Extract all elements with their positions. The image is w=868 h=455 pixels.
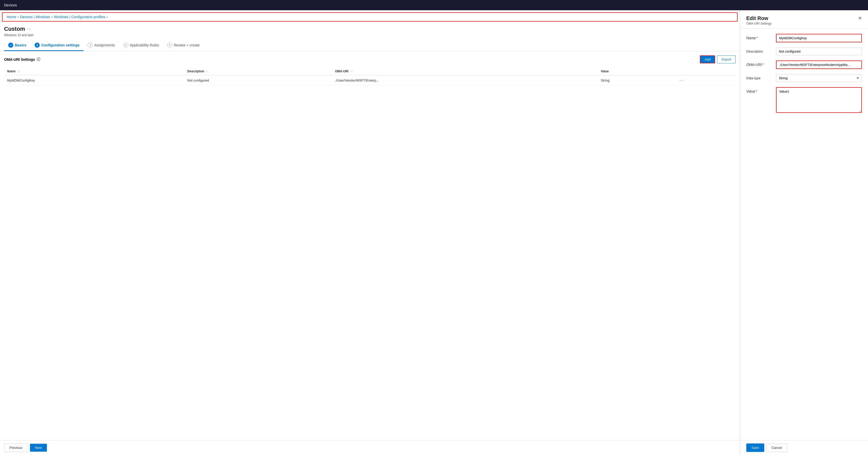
add-button[interactable]: Add — [700, 55, 715, 63]
name-label: Name* — [746, 34, 772, 40]
action-buttons: Add Export — [700, 55, 736, 63]
page-header: Custom ··· — [0, 24, 740, 33]
row-description: Not configured — [184, 76, 332, 85]
name-input-wrap — [776, 34, 862, 42]
close-button[interactable]: ✕ — [858, 16, 862, 21]
tab-basics-circle: ✓ — [8, 42, 13, 48]
row-actions[interactable]: ··· — [677, 76, 736, 85]
footer: Previous Next — [0, 440, 740, 455]
edit-row-panel: Edit Row OMA-URI Settings ✕ Name* Descri… — [740, 10, 868, 455]
value-textarea[interactable]: Value1 — [776, 87, 862, 113]
oma-uri-input[interactable] — [776, 60, 862, 69]
breadcrumb-sep-2: > — [51, 16, 53, 19]
section-header: OMA-URI Settings ⓘ Add Export — [4, 55, 736, 63]
col-value: Value — [598, 67, 677, 76]
export-button[interactable]: Export — [717, 55, 736, 63]
breadcrumb-devices[interactable]: Devices | Windows — [20, 15, 50, 19]
breadcrumb-sep-3: > — [106, 16, 108, 19]
section-title-wrap: OMA-URI Settings ⓘ — [4, 57, 40, 62]
breadcrumb-config-profiles[interactable]: Windows | Configuration profiles — [54, 15, 105, 19]
breadcrumb-sep-1: > — [17, 16, 19, 19]
col-actions — [677, 67, 736, 76]
panel-title: Edit Row — [746, 16, 772, 21]
panel-header: Edit Row OMA-URI Settings ✕ — [740, 10, 868, 29]
oma-uri-table: Name ↑↓ Description ↑↓ OMA-URI ↑↓ Value — [4, 67, 736, 85]
tab-basics-label: Basics — [15, 43, 26, 47]
next-button[interactable]: Next — [30, 444, 47, 452]
col-description: Description ↑↓ — [184, 67, 332, 76]
form-row-oma-uri: OMA-URI* — [746, 60, 862, 69]
data-type-select-wrap: String Integer Boolean Float — [776, 74, 862, 82]
tab-config-circle: 2 — [35, 42, 40, 48]
table-row: MyMDMConfigKey Not configured ./User/Ven… — [4, 76, 736, 85]
description-input-wrap — [776, 48, 862, 55]
tab-nav: ✓ Basics 2 Configuration settings 3 Assi… — [0, 40, 740, 51]
tab-assignments[interactable]: 3 Assignments — [84, 40, 119, 51]
tab-applicability-circle: 4 — [123, 42, 128, 48]
description-input[interactable] — [776, 48, 862, 55]
oma-uri-input-wrap — [776, 60, 862, 69]
section-title-text: OMA-URI Settings — [4, 57, 35, 62]
page-title: Custom — [4, 26, 25, 32]
previous-button[interactable]: Previous — [4, 444, 28, 452]
tab-config[interactable]: 2 Configuration settings — [30, 40, 84, 51]
top-bar: Devices — [0, 0, 868, 10]
form-row-description: Description — [746, 48, 862, 55]
sort-oma-icon[interactable]: ↑↓ — [350, 70, 353, 73]
sort-name-icon[interactable]: ↑↓ — [18, 70, 20, 73]
value-textarea-wrap: Value1 — [776, 87, 862, 114]
description-label: Description — [746, 48, 772, 53]
tab-review-circle: 5 — [167, 42, 172, 48]
tab-applicability-label: Applicability Rules — [130, 43, 159, 47]
left-panel: Home > Devices | Windows > Windows | Con… — [0, 10, 740, 455]
col-name: Name ↑↓ — [4, 67, 184, 76]
panel-subtitle: OMA-URI Settings — [746, 22, 772, 25]
tab-applicability[interactable]: 4 Applicability Rules — [119, 40, 163, 51]
top-bar-title: Devices — [4, 3, 17, 7]
main-layout: Home > Devices | Windows > Windows | Con… — [0, 10, 868, 455]
sort-desc-icon[interactable]: ↑↓ — [206, 70, 209, 73]
tab-config-label: Configuration settings — [41, 43, 80, 47]
value-label: Value* — [746, 87, 772, 93]
page-subtitle: Windows 10 and later — [0, 33, 740, 40]
cancel-button[interactable]: Cancel — [766, 444, 787, 452]
tab-review[interactable]: 5 Review + create — [163, 40, 204, 51]
content-area: OMA-URI Settings ⓘ Add Export Name ↑↓ — [0, 51, 740, 440]
row-oma-uri: ./User/Vendor/MSFT/Enterp... — [332, 76, 598, 85]
col-oma-uri: OMA-URI ↑↓ — [332, 67, 598, 76]
tab-review-label: Review + create — [174, 43, 199, 47]
options-icon[interactable]: ··· — [27, 27, 30, 31]
data-type-label: Data type — [746, 74, 772, 80]
panel-footer: Save Cancel — [740, 440, 868, 455]
data-type-select[interactable]: String Integer Boolean Float — [776, 74, 862, 82]
tab-assignments-label: Assignments — [94, 43, 115, 47]
name-input[interactable] — [776, 34, 862, 42]
tab-assignments-circle: 3 — [88, 42, 93, 48]
breadcrumb: Home > Devices | Windows > Windows | Con… — [2, 12, 738, 22]
panel-content: Name* Description OMA-URI* — [740, 29, 868, 440]
breadcrumb-home[interactable]: Home — [7, 15, 16, 19]
tab-basics[interactable]: ✓ Basics — [4, 40, 30, 51]
row-name: MyMDMConfigKey — [4, 76, 184, 85]
oma-uri-label: OMA-URI* — [746, 60, 772, 67]
form-row-name: Name* — [746, 34, 862, 42]
save-button[interactable]: Save — [746, 444, 764, 452]
info-icon[interactable]: ⓘ — [37, 57, 40, 62]
form-row-data-type: Data type String Integer Boolean Float — [746, 74, 862, 82]
row-menu-icon[interactable]: ··· — [680, 78, 685, 82]
row-value: String — [598, 76, 677, 85]
form-row-value: Value* Value1 — [746, 87, 862, 114]
